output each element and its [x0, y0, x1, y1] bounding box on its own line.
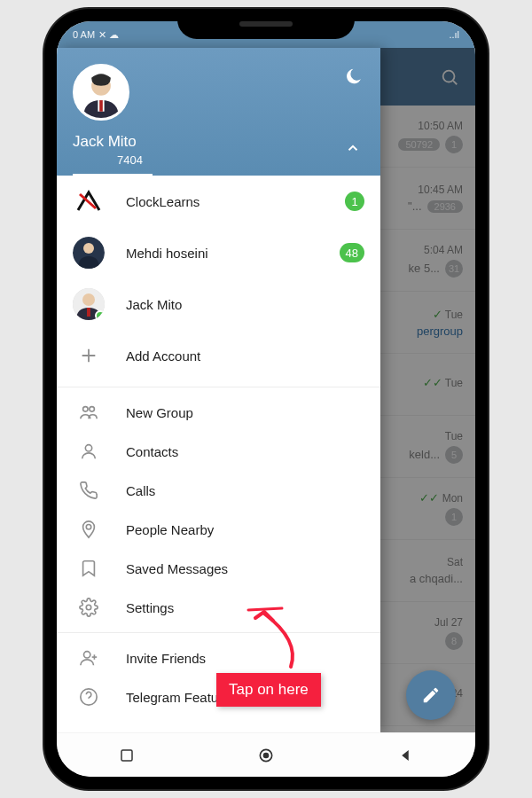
svg-rect-11: [87, 308, 90, 317]
group-icon: [73, 403, 105, 422]
account-item-clocklearns[interactable]: ClockLearns 1: [57, 176, 380, 227]
accounts-toggle[interactable]: [345, 140, 361, 160]
svg-point-15: [90, 407, 95, 412]
svg-point-10: [82, 293, 95, 306]
menu-settings[interactable]: Settings: [57, 588, 380, 627]
divider: [57, 632, 380, 633]
account-label: Mehdi hoseini: [126, 246, 318, 261]
drawer-list: ClockLearns 1 Mehdi hoseini 48: [57, 176, 380, 732]
menu-people-nearby[interactable]: People Nearby: [57, 510, 380, 549]
bookmark-icon: [73, 559, 105, 578]
account-avatar: [73, 288, 105, 320]
menu-contacts[interactable]: Contacts: [57, 432, 380, 471]
menu-invite-friends[interactable]: Invite Friends: [57, 638, 380, 677]
status-signal: ..ıl: [449, 29, 459, 40]
account-avatar: [73, 237, 105, 269]
menu-label: Calls: [126, 483, 155, 498]
menu-label: Invite Friends: [126, 651, 206, 666]
plus-icon: [73, 340, 105, 372]
profile-avatar[interactable]: [73, 64, 129, 121]
svg-point-26: [263, 753, 268, 757]
gear-icon: [73, 598, 105, 617]
nav-recent-button[interactable]: [116, 745, 137, 766]
svg-point-16: [85, 445, 91, 451]
profile-phone: 7404: [73, 153, 364, 167]
account-label: Jack Mito: [126, 297, 364, 312]
svg-point-19: [84, 652, 90, 658]
status-time: 0 AM: [73, 29, 95, 40]
menu-label: Telegram Features: [126, 690, 237, 705]
screen: 0 AM ✕ ☁ ..ıl 10:50 AM50792110:45 AM"...…: [57, 21, 475, 777]
menu-label: People Nearby: [126, 522, 214, 537]
nav-back-button[interactable]: [395, 745, 416, 766]
person-icon: [73, 442, 105, 461]
phone-frame: 0 AM ✕ ☁ ..ıl 10:50 AM50792110:45 AM"...…: [44, 9, 488, 789]
profile-name: Jack Mito: [73, 133, 364, 151]
menu-new-group[interactable]: New Group: [57, 393, 380, 432]
invite-icon: [73, 648, 105, 668]
account-avatar: [73, 185, 105, 217]
menu-saved-messages[interactable]: Saved Messages: [57, 549, 380, 588]
unread-badge: 1: [345, 192, 364, 211]
svg-rect-24: [121, 750, 132, 761]
menu-calls[interactable]: Calls: [57, 471, 380, 510]
compose-fab[interactable]: [406, 670, 456, 720]
account-item-mehdi[interactable]: Mehdi hoseini 48: [57, 227, 380, 278]
navigation-drawer: Jack Mito 7404 ClockLearns 1: [57, 48, 380, 732]
help-icon: [73, 687, 105, 707]
menu-label: Saved Messages: [126, 561, 228, 576]
night-mode-icon[interactable]: [343, 67, 363, 90]
account-item-jack[interactable]: Jack Mito: [57, 278, 380, 330]
menu-label: Contacts: [126, 444, 178, 459]
menu-label: Settings: [126, 600, 174, 615]
drawer-header: Jack Mito 7404: [57, 48, 380, 176]
active-account-check-icon: [95, 310, 105, 320]
add-account-button[interactable]: Add Account: [57, 330, 380, 381]
android-navbar: [57, 732, 475, 777]
phone-icon: [73, 481, 105, 500]
svg-rect-5: [99, 100, 103, 112]
nav-home-button[interactable]: [255, 745, 277, 766]
menu-label: New Group: [126, 405, 193, 420]
nearby-icon: [73, 520, 105, 539]
phone-notch: [177, 9, 355, 39]
menu-telegram-features[interactable]: Telegram Features: [57, 677, 380, 716]
add-account-label: Add Account: [126, 348, 364, 364]
svg-point-14: [83, 407, 89, 412]
unread-badge: 48: [340, 243, 364, 262]
svg-point-18: [86, 605, 91, 610]
svg-point-17: [86, 525, 91, 530]
account-label: ClockLearns: [126, 194, 324, 209]
divider: [57, 387, 380, 387]
svg-point-8: [83, 243, 94, 254]
status-icon: ✕ ☁: [98, 29, 119, 41]
